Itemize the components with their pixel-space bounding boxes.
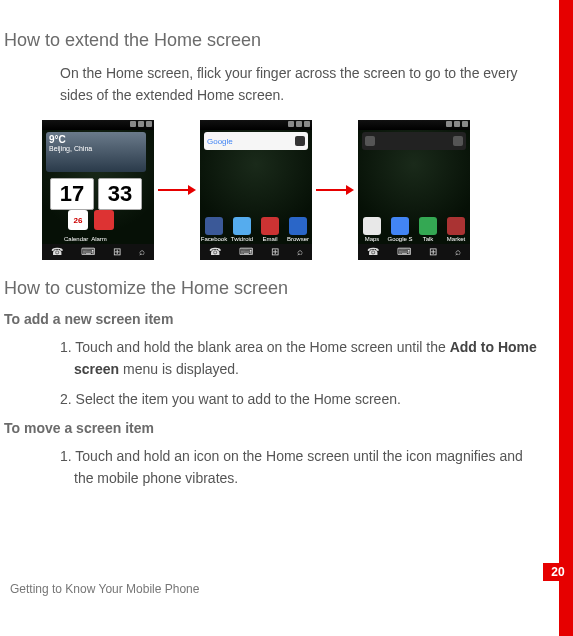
app-icon: [261, 217, 279, 235]
mic-icon: [295, 136, 305, 146]
app-grid: MapsGoogle STalkMarket: [358, 217, 470, 242]
home-screen-2: Google FacebookTwidroidEmailBrowser ☎ ⌨ …: [200, 120, 312, 260]
app-label: Talk: [423, 236, 434, 242]
step-add-2: Select the item you want to add to the H…: [60, 389, 539, 411]
app-icon: [447, 217, 465, 235]
clock-hours: 17: [50, 178, 94, 210]
step-add-1-post: menu is displayed.: [119, 361, 239, 377]
section-heading-customize: How to customize the Home screen: [4, 278, 539, 299]
widget-icon: [365, 136, 375, 146]
shortcut-row: 26: [68, 210, 114, 230]
step-move-1: Touch and hold an icon on the Home scree…: [60, 446, 539, 489]
side-strip: [559, 0, 573, 636]
weather-city: Beijing, China: [49, 145, 143, 152]
app-shortcut: Twidroid: [231, 217, 253, 242]
calendar-icon: 26: [68, 210, 88, 230]
nav-apps-icon: ⊞: [113, 247, 121, 257]
app-label: Browser: [287, 236, 309, 242]
weather-temp: 9°C: [49, 134, 143, 145]
step-add-1-pre: Touch and hold the blank area on the Hom…: [75, 339, 449, 355]
app-shortcut: Browser: [287, 217, 309, 242]
alarm-icon: [94, 210, 114, 230]
arrow-right-1: [158, 188, 196, 192]
app-icon: [205, 217, 223, 235]
app-icon: [233, 217, 251, 235]
app-icon: [391, 217, 409, 235]
arrow-right-2: [316, 188, 354, 192]
nav-dial-icon: ⌨: [239, 247, 253, 257]
home-area: MapsGoogle STalkMarket: [358, 130, 470, 244]
nav-apps-icon: ⊞: [429, 247, 437, 257]
nav-search-icon: ⌕: [455, 247, 461, 257]
status-bar: [42, 120, 154, 130]
app-label: Twidroid: [231, 236, 253, 242]
subhead-add-item: To add a new screen item: [4, 311, 539, 327]
nav-phone-icon: ☎: [209, 247, 221, 257]
search-widget: [362, 132, 466, 150]
nav-search-icon: ⌕: [139, 247, 145, 257]
app-label: Email: [262, 236, 277, 242]
search-widget: Google: [204, 132, 308, 150]
nav-bar: ☎ ⌨ ⊞ ⌕: [200, 244, 312, 260]
subhead-move-item: To move a screen item: [4, 420, 539, 436]
app-shortcut: Email: [259, 217, 281, 242]
app-shortcut: Maps: [361, 217, 383, 242]
nav-dial-icon: ⌨: [81, 247, 95, 257]
manual-page: 20 How to extend the Home screen On the …: [0, 0, 573, 636]
status-bar: [358, 120, 470, 130]
nav-bar: ☎ ⌨ ⊞ ⌕: [358, 244, 470, 260]
page-number: 20: [543, 563, 573, 581]
search-brand-label: Google: [207, 137, 233, 146]
widget-toggle-icon: [453, 136, 463, 146]
weather-widget: 9°C Beijing, China: [46, 132, 146, 172]
alarm-label: Alarm: [88, 236, 110, 242]
app-shortcut: Google S: [389, 217, 411, 242]
app-label: Google S: [387, 236, 412, 242]
home-screen-1: 9°C Beijing, China 17 33 26 Calendar Ala…: [42, 120, 154, 260]
app-icon: [363, 217, 381, 235]
nav-apps-icon: ⊞: [271, 247, 279, 257]
app-label: Maps: [365, 236, 380, 242]
calendar-label: Calendar: [64, 236, 86, 242]
page-footer: Getting to Know Your Mobile Phone: [10, 582, 199, 596]
clock-widget: 17 33: [46, 174, 146, 214]
home-screens-illustration: 9°C Beijing, China 17 33 26 Calendar Ala…: [42, 120, 539, 260]
section-intro-extend: On the Home screen, flick your finger ac…: [60, 63, 539, 106]
app-label: Market: [447, 236, 465, 242]
app-shortcut: Market: [445, 217, 467, 242]
steps-add-item: Touch and hold the blank area on the Hom…: [60, 337, 539, 410]
nav-dial-icon: ⌨: [397, 247, 411, 257]
app-icon: [419, 217, 437, 235]
app-icon: [289, 217, 307, 235]
nav-search-icon: ⌕: [297, 247, 303, 257]
home-area: 9°C Beijing, China 17 33 26 Calendar Ala…: [42, 130, 154, 244]
clock-minutes: 33: [98, 178, 142, 210]
app-grid: FacebookTwidroidEmailBrowser: [200, 217, 312, 242]
app-shortcut: Facebook: [203, 217, 225, 242]
status-bar: [200, 120, 312, 130]
app-label: Facebook: [201, 236, 227, 242]
nav-phone-icon: ☎: [367, 247, 379, 257]
app-shortcut: Talk: [417, 217, 439, 242]
nav-bar: ☎ ⌨ ⊞ ⌕: [42, 244, 154, 260]
nav-phone-icon: ☎: [51, 247, 63, 257]
home-screen-3: MapsGoogle STalkMarket ☎ ⌨ ⊞ ⌕: [358, 120, 470, 260]
step-add-1: Touch and hold the blank area on the Hom…: [60, 337, 539, 380]
steps-move-item: Touch and hold an icon on the Home scree…: [60, 446, 539, 489]
home-area: Google FacebookTwidroidEmailBrowser: [200, 130, 312, 244]
section-heading-extend: How to extend the Home screen: [4, 30, 539, 51]
